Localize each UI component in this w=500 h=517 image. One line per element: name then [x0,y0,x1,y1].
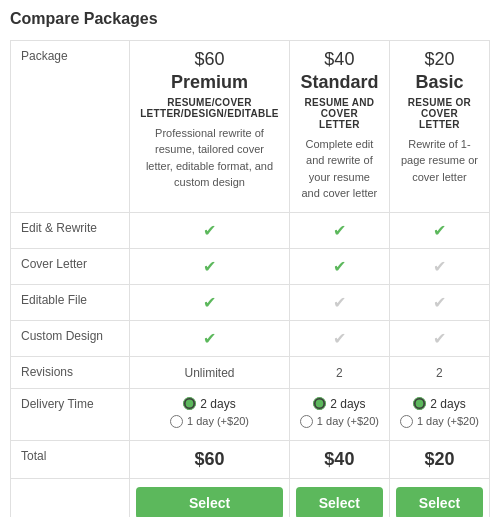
premium-delivery-block: 2 days 1 day (+$20) [140,397,279,432]
premium-desc: Professional rewrite of resume, tailored… [146,127,273,188]
label-total: Total [11,440,130,478]
label-select-empty [11,478,130,517]
basic-edit-rewrite: ✔ [389,212,489,248]
standard-delivery: 2 days 1 day (+$20) [289,388,389,440]
basic-select-cell: Select [389,478,489,517]
cover-letter-row: Cover Letter ✔ ✔ ✔ [11,248,490,284]
premium-delivery-radio-option1[interactable] [170,415,183,428]
basic-total: $20 [389,440,489,478]
label-custom-design: Custom Design [11,320,130,356]
standard-delivery-default-label: 2 days [330,397,365,411]
basic-revisions: 2 [389,356,489,388]
header-row: Package $60 Premium RESUME/COVER LETTER/… [11,41,490,213]
standard-revisions-value: 2 [336,366,343,380]
custom-design-row: Custom Design ✔ ✔ ✔ [11,320,490,356]
label-package: Package [11,41,130,213]
edit-rewrite-row: Edit & Rewrite ✔ ✔ ✔ [11,212,490,248]
standard-total: $40 [289,440,389,478]
premium-revisions-value: Unlimited [185,366,235,380]
total-row: Total $60 $40 $20 [11,440,490,478]
basic-desc: Rewrite of 1-page resume or cover letter [401,138,478,183]
label-revisions: Revisions [11,356,130,388]
check-gray-icon: ✔ [433,330,446,347]
standard-delivery-radio-default[interactable] [313,397,326,410]
basic-delivery-option1-label: 1 day (+$20) [417,415,479,427]
basic-delivery-radio-option1[interactable] [400,415,413,428]
standard-name: Standard [300,72,379,93]
standard-custom-design: ✔ [289,320,389,356]
premium-select-button[interactable]: Select [136,487,283,517]
label-delivery-time: Delivery Time [11,388,130,440]
check-green-icon: ✔ [203,330,216,347]
standard-price: $40 [300,49,379,70]
check-green-icon: ✔ [433,222,446,239]
basic-delivery-default-label: 2 days [430,397,465,411]
check-green-icon: ✔ [203,258,216,275]
standard-revisions: 2 [289,356,389,388]
premium-delivery-default-label: 2 days [200,397,235,411]
col-standard-header: $40 Standard RESUME AND COVER LETTER Com… [289,41,389,213]
premium-custom-design: ✔ [130,320,290,356]
basic-name: Basic [400,72,479,93]
premium-delivery: 2 days 1 day (+$20) [130,388,290,440]
premium-editable-file: ✔ [130,284,290,320]
check-gray-icon: ✔ [433,258,446,275]
basic-delivery: 2 days 1 day (+$20) [389,388,489,440]
standard-total-value: $40 [324,449,354,469]
label-edit-rewrite: Edit & Rewrite [11,212,130,248]
col-basic-header: $20 Basic RESUME OR COVER LETTER Rewrite… [389,41,489,213]
basic-editable-file: ✔ [389,284,489,320]
basic-custom-design: ✔ [389,320,489,356]
check-gray-icon: ✔ [333,294,346,311]
premium-edit-rewrite: ✔ [130,212,290,248]
standard-delivery-option1-label: 1 day (+$20) [317,415,379,427]
basic-cover-letter: ✔ [389,248,489,284]
basic-revisions-value: 2 [436,366,443,380]
standard-select-button[interactable]: Select [296,487,383,517]
standard-cover-letter: ✔ [289,248,389,284]
revisions-row: Revisions Unlimited 2 2 [11,356,490,388]
basic-total-value: $20 [424,449,454,469]
premium-cover-letter: ✔ [130,248,290,284]
standard-editable-file: ✔ [289,284,389,320]
label-cover-letter: Cover Letter [11,248,130,284]
page-title: Compare Packages [10,10,490,28]
premium-total: $60 [130,440,290,478]
select-button-row: Select Select Select [11,478,490,517]
standard-select-cell: Select [289,478,389,517]
basic-select-button[interactable]: Select [396,487,483,517]
check-green-icon: ✔ [333,222,346,239]
delivery-time-row: Delivery Time 2 days 1 day (+$20) 2 days [11,388,490,440]
label-editable-file: Editable File [11,284,130,320]
basic-delivery-radio-default[interactable] [413,397,426,410]
basic-delivery-option1[interactable]: 1 day (+$20) [400,415,479,428]
premium-delivery-option1-label: 1 day (+$20) [187,415,249,427]
basic-delivery-block: 2 days 1 day (+$20) [400,397,479,432]
compare-table: Package $60 Premium RESUME/COVER LETTER/… [10,40,490,517]
standard-delivery-radio-option1[interactable] [300,415,313,428]
premium-delivery-option1[interactable]: 1 day (+$20) [170,415,249,428]
col-premium-header: $60 Premium RESUME/COVER LETTER/DESIGN/E… [130,41,290,213]
premium-name: Premium [140,72,279,93]
standard-delivery-option1[interactable]: 1 day (+$20) [300,415,379,428]
premium-total-value: $60 [194,449,224,469]
basic-delivery-default-option[interactable]: 2 days [413,397,465,411]
check-green-icon: ✔ [203,294,216,311]
premium-select-cell: Select [130,478,290,517]
standard-delivery-default-option[interactable]: 2 days [313,397,365,411]
check-gray-icon: ✔ [433,294,446,311]
premium-subtitle: RESUME/COVER LETTER/DESIGN/EDITABLE [140,97,279,119]
standard-subtitle: RESUME AND COVER LETTER [300,97,379,130]
basic-price: $20 [400,49,479,70]
premium-delivery-default-option[interactable]: 2 days [183,397,235,411]
check-green-icon: ✔ [203,222,216,239]
premium-revisions: Unlimited [130,356,290,388]
standard-edit-rewrite: ✔ [289,212,389,248]
editable-file-row: Editable File ✔ ✔ ✔ [11,284,490,320]
premium-price: $60 [140,49,279,70]
standard-delivery-block: 2 days 1 day (+$20) [300,397,379,432]
check-gray-icon: ✔ [333,330,346,347]
basic-subtitle: RESUME OR COVER LETTER [400,97,479,130]
premium-delivery-radio-default[interactable] [183,397,196,410]
standard-desc: Complete edit and rewrite of your resume… [301,138,377,199]
